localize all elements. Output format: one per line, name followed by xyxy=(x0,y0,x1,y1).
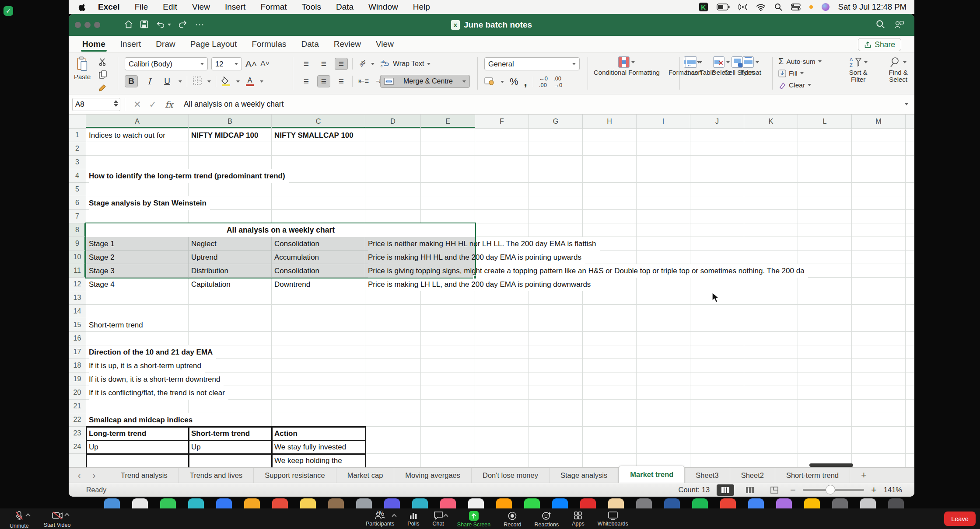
grid-cell[interactable] xyxy=(272,318,365,332)
accounting-menu-chevron[interactable] xyxy=(500,81,504,83)
underline-menu-chevron[interactable] xyxy=(178,80,182,83)
row-header-3[interactable]: 3 xyxy=(69,156,86,169)
grid-cell[interactable] xyxy=(421,183,475,196)
grid-cell[interactable] xyxy=(475,400,529,413)
grid-cell[interactable] xyxy=(690,359,744,372)
menu-item-window[interactable]: Window xyxy=(361,2,406,12)
grid-cell[interactable] xyxy=(906,129,914,142)
grid-cell[interactable] xyxy=(475,318,529,332)
grid-cell[interactable] xyxy=(906,278,914,291)
grid-cell[interactable] xyxy=(475,142,529,156)
grid-cell[interactable] xyxy=(744,251,798,264)
grid-cell[interactable] xyxy=(690,332,744,345)
grid-cell[interactable] xyxy=(421,359,475,372)
sheet-grid[interactable]: ABCDEFGHIJKLM123456789101112131415161718… xyxy=(69,115,914,467)
grid-cell[interactable] xyxy=(272,183,365,196)
grid-cell[interactable] xyxy=(189,318,272,332)
grid-cell[interactable] xyxy=(529,196,583,210)
accounting-format-icon[interactable] xyxy=(484,77,495,87)
grid-cell[interactable] xyxy=(365,400,421,413)
grid-cell[interactable] xyxy=(690,318,744,332)
grid-cell[interactable] xyxy=(272,332,365,345)
row-header-6[interactable]: 6 xyxy=(69,196,86,210)
grid-cell[interactable] xyxy=(365,291,421,305)
grid-cell[interactable] xyxy=(906,427,914,440)
grid-cell[interactable] xyxy=(906,196,914,210)
polls-button[interactable]: Polls xyxy=(407,511,419,528)
grid-cell[interactable] xyxy=(583,413,637,427)
italic-button[interactable]: I xyxy=(143,75,156,87)
borders-menu-chevron[interactable] xyxy=(207,80,211,83)
grid-cell[interactable] xyxy=(744,400,798,413)
format-cells-button[interactable]: Format xyxy=(740,56,761,91)
grid-cell[interactable] xyxy=(86,156,189,169)
grid-cell[interactable] xyxy=(906,183,914,196)
grid-cell[interactable] xyxy=(421,318,475,332)
screen-share-app-icon[interactable]: K xyxy=(699,3,708,11)
grid-cell[interactable] xyxy=(690,305,744,318)
grid-cell[interactable] xyxy=(529,400,583,413)
grid-cell[interactable] xyxy=(906,318,914,332)
reactions-button[interactable]: Reactions xyxy=(535,511,559,528)
grid-cell[interactable] xyxy=(475,291,529,305)
align-top-icon[interactable]: ≡ xyxy=(300,58,313,70)
grid-cell[interactable] xyxy=(637,223,690,237)
grid-cell[interactable] xyxy=(744,129,798,142)
grid-cell[interactable] xyxy=(365,372,421,386)
grid-cell[interactable] xyxy=(583,359,637,372)
grid-cell[interactable] xyxy=(852,345,906,359)
grid-cell[interactable] xyxy=(690,251,744,264)
grid-cell[interactable] xyxy=(690,400,744,413)
grid-cell[interactable] xyxy=(852,237,906,251)
grid-cell[interactable] xyxy=(475,129,529,142)
sheet-tab-market-trend[interactable]: Market trend xyxy=(619,466,685,483)
grid-cell[interactable] xyxy=(852,156,906,169)
grid-cell[interactable] xyxy=(86,142,189,156)
grid-cell[interactable] xyxy=(421,413,475,427)
insert-cells-button[interactable]: ← Insert xyxy=(686,56,702,91)
grid-cell[interactable] xyxy=(798,413,852,427)
row-header-15[interactable]: 15 xyxy=(69,318,86,332)
grid-cell[interactable] xyxy=(583,142,637,156)
grid-cell[interactable] xyxy=(272,305,365,318)
row-header-1[interactable]: 1 xyxy=(69,129,86,142)
merge-centre-button[interactable]: Merge & Centre xyxy=(380,75,470,88)
grid-cell[interactable] xyxy=(86,332,189,345)
sheet-tab-moving-avergaes[interactable]: Moving avergaes xyxy=(394,468,472,483)
grid-cell[interactable] xyxy=(189,413,272,427)
tab-home[interactable]: Home xyxy=(75,36,113,52)
row-header-7[interactable]: 7 xyxy=(69,210,86,223)
grid-cell[interactable] xyxy=(637,129,690,142)
grid-cell[interactable] xyxy=(690,156,744,169)
grid-cell[interactable] xyxy=(365,169,421,183)
grid-cell[interactable] xyxy=(475,183,529,196)
grid-cell[interactable] xyxy=(583,223,637,237)
grid-cell[interactable] xyxy=(690,129,744,142)
share-screen-button[interactable]: Share Screen xyxy=(457,511,490,528)
grid-cell[interactable] xyxy=(421,345,475,359)
tab-review[interactable]: Review xyxy=(326,36,368,52)
grid-cell[interactable] xyxy=(744,332,798,345)
grid-cell[interactable] xyxy=(583,332,637,345)
grid-cell[interactable] xyxy=(272,413,365,427)
grid-cell[interactable] xyxy=(798,129,852,142)
record-button[interactable]: Record xyxy=(504,511,521,528)
grid-cell[interactable] xyxy=(583,345,637,359)
grid-cell[interactable] xyxy=(529,210,583,223)
apps-button[interactable]: Apps xyxy=(572,511,584,528)
grid-cell[interactable] xyxy=(421,210,475,223)
grid-cell[interactable] xyxy=(475,386,529,400)
row-header-23[interactable]: 23 xyxy=(69,427,86,440)
grid-cell[interactable] xyxy=(583,251,637,264)
grid-cell[interactable] xyxy=(637,318,690,332)
grid-cell[interactable] xyxy=(272,386,365,400)
grid-cell[interactable] xyxy=(475,156,529,169)
grid-cell[interactable] xyxy=(852,386,906,400)
share-button[interactable]: Share xyxy=(858,38,901,51)
grid-cell[interactable] xyxy=(744,427,798,440)
grid-cell[interactable] xyxy=(86,440,189,454)
grid-cell[interactable] xyxy=(365,318,421,332)
grid-cell[interactable] xyxy=(744,359,798,372)
grid-cell[interactable] xyxy=(475,210,529,223)
zoom-in-icon[interactable]: + xyxy=(871,484,877,496)
